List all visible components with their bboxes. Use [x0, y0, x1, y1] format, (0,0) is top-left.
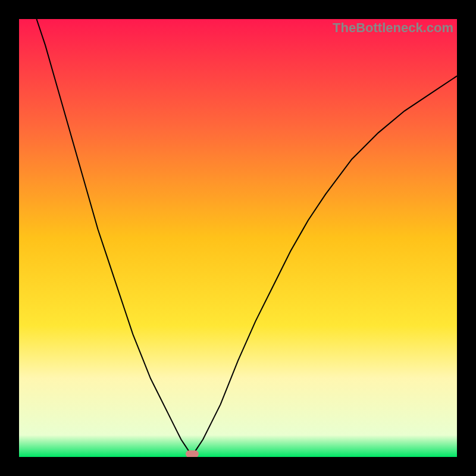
- minimum-marker: [186, 450, 199, 457]
- gradient-background: [19, 19, 457, 457]
- plot-svg: [19, 19, 457, 457]
- plot-area: TheBottleneck.com: [19, 19, 457, 457]
- watermark: TheBottleneck.com: [333, 21, 453, 35]
- chart-outer-frame: TheBottleneck.com: [0, 0, 476, 476]
